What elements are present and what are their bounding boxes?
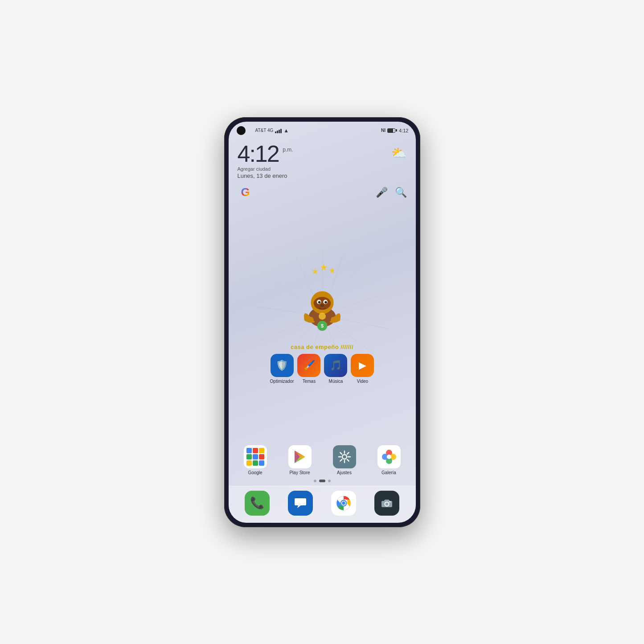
svg-text:★: ★ xyxy=(319,263,328,272)
status-right: NI 4:12 xyxy=(381,128,408,133)
phone-icon: 📞 xyxy=(250,496,264,510)
status-time: 4:12 xyxy=(399,128,408,133)
svg-point-29 xyxy=(342,455,347,459)
dock-chrome[interactable] xyxy=(331,491,356,516)
mic-icon[interactable]: 🎤 xyxy=(376,187,388,198)
weather-icon: ⛅ xyxy=(391,146,407,160)
apps-row-2: Google xyxy=(229,445,416,478)
clock-widget: 4:12 p.m. Agregar ciudad Lunes, 13 de en… xyxy=(229,138,416,179)
svg-point-28 xyxy=(319,312,326,320)
phone-screen: AT&T 4G ▲ NI 4:12 xyxy=(229,122,416,523)
svg-point-27 xyxy=(331,317,336,323)
svg-point-22 xyxy=(324,301,327,304)
svg-point-21 xyxy=(318,301,320,304)
branded-app-row: 🛡️ Optimizador 🖌️ Temas 🎵 Música xyxy=(270,354,374,384)
clock-date: Lunes, 13 de enero xyxy=(238,172,293,179)
app-playstore[interactable]: Play Store xyxy=(284,445,316,475)
dock: 📞 xyxy=(229,486,416,523)
page-dot-2[interactable] xyxy=(319,480,325,482)
mascot-area: ★ ★ ★ xyxy=(229,202,416,445)
messages-icon xyxy=(294,496,307,510)
clock-ampm: p.m. xyxy=(283,147,293,153)
dock-camera[interactable] xyxy=(374,491,399,516)
svg-point-40 xyxy=(390,501,391,502)
svg-text:$: $ xyxy=(320,323,324,328)
carrier-text: AT&T 4G xyxy=(255,128,274,133)
signal-icon xyxy=(275,128,282,133)
svg-text:★: ★ xyxy=(312,267,319,276)
page-dot-3[interactable] xyxy=(328,480,331,482)
app-temas[interactable]: 🖌️ Temas xyxy=(297,354,320,384)
phone-frame: AT&T 4G ▲ NI 4:12 xyxy=(224,117,420,527)
app-video[interactable]: ▶ Video xyxy=(351,354,374,384)
svg-point-38 xyxy=(342,501,345,505)
search-icons: 🎤 🔍 xyxy=(376,187,407,198)
chrome-icon xyxy=(336,495,352,511)
lens-icon[interactable]: 🔍 xyxy=(395,187,407,198)
battery-icon xyxy=(387,128,397,133)
wifi-icon: ▲ xyxy=(283,127,289,134)
dock-phone[interactable]: 📞 xyxy=(245,491,270,516)
svg-point-26 xyxy=(308,317,314,323)
clock-display: 4:12 p.m. xyxy=(238,142,293,165)
svg-point-23 xyxy=(320,304,324,307)
status-bar: AT&T 4G ▲ NI 4:12 xyxy=(229,122,416,138)
svg-point-18 xyxy=(313,297,330,310)
punch-hole-camera xyxy=(237,126,246,135)
app-musica[interactable]: 🎵 Música xyxy=(324,354,347,384)
app-galeria[interactable]: Galería xyxy=(373,445,405,475)
weather-widget[interactable]: ⛅ xyxy=(391,142,407,160)
app-optimizador[interactable]: 🛡️ Optimizador xyxy=(270,354,294,384)
page-dots xyxy=(229,478,416,486)
app-ajustes[interactable]: Ajustes xyxy=(329,445,360,475)
google-icon[interactable]: G xyxy=(238,185,254,201)
clock-time: 4:12 xyxy=(238,141,279,167)
svg-point-34 xyxy=(387,455,391,459)
nfc-icon: NI xyxy=(381,128,386,133)
mascot-svg: ★ ★ ★ xyxy=(287,263,358,342)
search-row: G 🎤 🔍 xyxy=(229,179,416,202)
dock-messages[interactable] xyxy=(288,491,313,516)
page-dot-1[interactable] xyxy=(314,480,316,482)
brand-text: casa de empeño /////// xyxy=(291,344,353,350)
camera-icon xyxy=(380,496,394,510)
weather-label[interactable]: Agregar ciudad xyxy=(238,166,293,172)
app-google[interactable]: Google xyxy=(240,445,271,475)
svg-text:★: ★ xyxy=(328,266,336,275)
